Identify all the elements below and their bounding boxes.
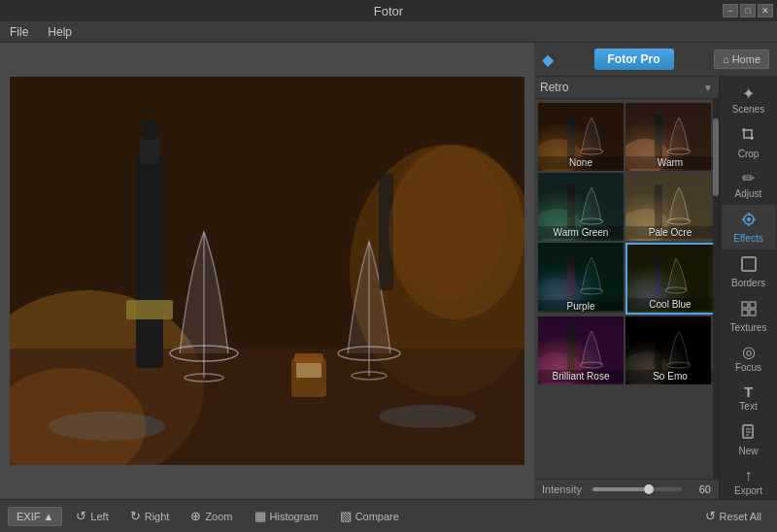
- fotor-pro-button[interactable]: Fotor Pro: [594, 49, 674, 70]
- svg-rect-64: [742, 310, 748, 316]
- reset-all-button[interactable]: ↺ Reset All: [697, 506, 769, 526]
- title-bar: Fotor − □ ✕: [0, 0, 777, 21]
- zoom-label: Zoom: [205, 511, 232, 522]
- svg-rect-45: [655, 254, 661, 295]
- svg-rect-49: [567, 328, 575, 372]
- effect-label-none: None: [538, 156, 624, 169]
- effect-thumb-cool-blue[interactable]: Cool Blue: [625, 243, 715, 315]
- svg-rect-6: [143, 120, 156, 140]
- rotate-left-button[interactable]: ↺ Left: [68, 506, 116, 526]
- menu-file[interactable]: File: [6, 23, 32, 41]
- photo-svg: [10, 77, 524, 465]
- effects-category-label: Retro: [540, 81, 568, 94]
- canvas-area: [0, 43, 534, 499]
- svg-rect-41: [567, 254, 575, 298]
- tool-focus[interactable]: ◎ Focus: [722, 339, 776, 379]
- svg-rect-7: [126, 300, 173, 319]
- tool-focus-label: Focus: [735, 362, 761, 373]
- effect-thumb-pale-ocre[interactable]: Pale Ocre: [625, 173, 715, 241]
- effects-dropdown[interactable]: Retro ▼: [534, 77, 719, 99]
- tool-borders[interactable]: Borders: [722, 249, 776, 294]
- scenes-icon: ✦: [742, 86, 755, 102]
- effect-thumb-purple[interactable]: Purple: [538, 243, 624, 315]
- rotate-right-button[interactable]: ↻ Right: [122, 506, 178, 526]
- tool-text[interactable]: T Text: [722, 379, 776, 417]
- menu-help[interactable]: Help: [44, 23, 76, 41]
- svg-rect-53: [655, 328, 662, 372]
- intensity-slider[interactable]: [592, 487, 682, 491]
- bottom-toolbar: EXIF ▲ ↺ Left ↻ Right ⊕ Zoom ▦ Histogram…: [0, 499, 777, 532]
- scroll-thumb[interactable]: [713, 118, 719, 196]
- main-area: ◆ Fotor Pro ⌂ Home Retro ▼: [0, 43, 777, 499]
- rotate-left-label: Left: [90, 511, 108, 522]
- rotate-right-label: Right: [145, 511, 170, 522]
- crop-icon: [740, 126, 758, 147]
- svg-rect-4: [136, 154, 163, 368]
- svg-point-46: [665, 287, 687, 293]
- tool-new[interactable]: New: [722, 417, 776, 462]
- effect-label-brilliant-rose: Brilliant Rose: [538, 370, 624, 382]
- tool-crop-label: Crop: [738, 149, 760, 159]
- tool-adjust[interactable]: ✏ Adjust: [722, 165, 776, 205]
- effect-label-purple: Purple: [538, 300, 624, 313]
- svg-rect-61: [742, 257, 756, 271]
- intensity-row: Intensity 60: [534, 479, 719, 499]
- effects-icon: [740, 211, 758, 231]
- svg-point-34: [580, 218, 603, 224]
- minimize-button[interactable]: −: [723, 4, 738, 17]
- adjust-icon: ✏: [742, 171, 755, 186]
- window-controls: − □ ✕: [723, 4, 773, 17]
- svg-rect-16: [296, 363, 321, 378]
- svg-point-50: [580, 362, 603, 368]
- reset-icon: ↺: [705, 509, 716, 523]
- effect-label-warm-green: Warm Green: [538, 226, 624, 239]
- compare-icon: ▧: [340, 509, 352, 523]
- intensity-label: Intensity: [542, 483, 587, 495]
- effect-label-pale-ocre: Pale Ocre: [625, 226, 715, 239]
- effects-panel: Retro ▼ None: [534, 77, 719, 499]
- maximize-button[interactable]: □: [740, 4, 756, 17]
- tool-textures-label: Textures: [730, 322, 767, 333]
- tool-scenes[interactable]: ✦ Scenes: [722, 81, 776, 120]
- tool-export[interactable]: ↑ Export: [722, 462, 776, 499]
- zoom-button[interactable]: ⊕ Zoom: [183, 506, 240, 526]
- new-icon: [740, 423, 758, 444]
- tool-effects[interactable]: Effects: [722, 205, 776, 249]
- rotate-right-icon: ↻: [130, 509, 141, 523]
- effect-label-so-emo: So Emo: [625, 370, 715, 382]
- home-button[interactable]: ⌂ Home: [714, 50, 769, 69]
- tool-textures[interactable]: Textures: [722, 294, 776, 339]
- svg-point-22: [388, 145, 524, 319]
- svg-rect-63: [750, 302, 756, 308]
- close-button[interactable]: ✕: [758, 4, 773, 17]
- effect-thumb-warm-green[interactable]: Warm Green: [538, 173, 624, 241]
- tool-export-label: Export: [734, 485, 762, 496]
- svg-rect-62: [742, 302, 748, 308]
- svg-rect-29: [655, 115, 662, 158]
- svg-rect-65: [750, 310, 756, 316]
- effect-thumb-none[interactable]: None: [538, 103, 624, 171]
- tool-text-label: Text: [739, 401, 757, 412]
- text-icon: T: [744, 384, 753, 399]
- effect-thumb-warm[interactable]: Warm: [625, 103, 715, 171]
- compare-button[interactable]: ▧ Compare: [332, 506, 407, 526]
- effect-thumb-so-emo[interactable]: So Emo: [625, 316, 715, 384]
- exif-button[interactable]: EXIF ▲: [8, 507, 62, 526]
- histogram-button[interactable]: ▦ Histogram: [247, 506, 326, 526]
- dropdown-arrow-icon: ▼: [703, 83, 713, 93]
- intensity-handle[interactable]: [644, 484, 654, 494]
- right-panel: ◆ Fotor Pro ⌂ Home Retro ▼: [534, 43, 777, 499]
- focus-icon: ◎: [742, 345, 756, 360]
- effects-toolbar-row: Retro ▼ None: [534, 77, 777, 499]
- compare-label: Compare: [355, 511, 399, 522]
- svg-point-30: [667, 149, 691, 154]
- svg-rect-15: [294, 353, 323, 363]
- tool-adjust-label: Adjust: [735, 188, 762, 199]
- scroll-track[interactable]: [713, 99, 719, 479]
- effect-thumb-brilliant-rose[interactable]: Brilliant Rose: [538, 316, 624, 384]
- exif-label: EXIF: [17, 511, 40, 522]
- menu-bar: File Help: [0, 21, 777, 43]
- tool-crop[interactable]: Crop: [722, 120, 776, 165]
- photo-container: [10, 77, 524, 465]
- exif-arrow-icon: ▲: [43, 511, 53, 522]
